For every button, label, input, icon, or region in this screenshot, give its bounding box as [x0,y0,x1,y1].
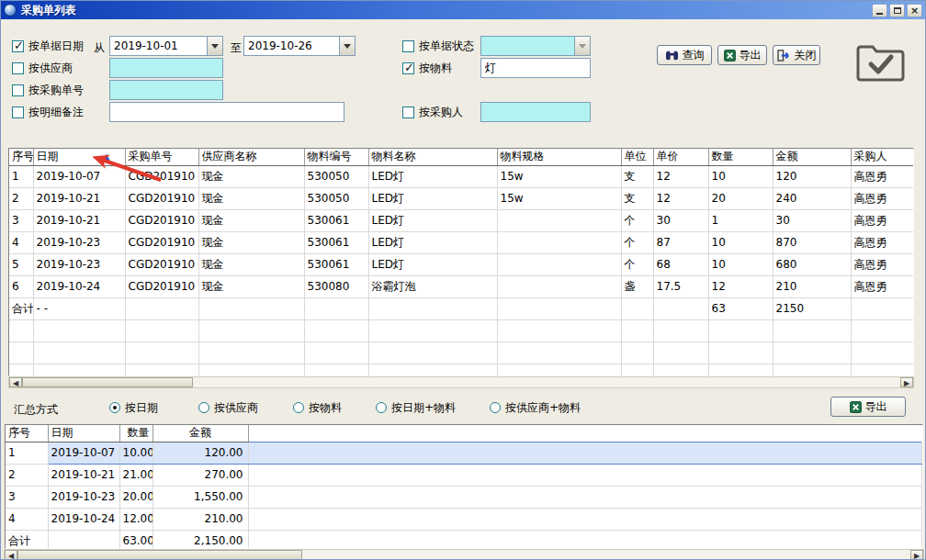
column-header[interactable]: 单价 [653,149,708,165]
filter-by-order-no[interactable]: 按采购单号 [12,80,84,100]
column-header[interactable]: 日期 [33,149,125,165]
filter-by-status[interactable]: 按单据状态 [402,36,474,56]
filter-by-material[interactable]: 按物料 [402,58,452,78]
cell: 120.00 [152,442,248,464]
scrollbar-thumb[interactable] [22,377,193,387]
radio-icon[interactable] [109,402,120,413]
cell [621,297,653,319]
dropdown-arrow-icon[interactable] [574,37,590,55]
cell [304,342,368,364]
filter-by-date[interactable]: 按单据日期 [12,36,84,56]
checkbox-icon[interactable] [402,106,414,118]
checkbox-icon[interactable] [402,40,414,52]
cell: 现金 [198,253,304,275]
column-header[interactable]: 序号 [9,149,33,165]
summary-export-button[interactable]: 导出 [830,397,906,417]
cell: 2019-10-24 [33,275,125,297]
checkbox-icon[interactable] [402,62,414,74]
radio-icon[interactable] [376,402,387,413]
column-header[interactable]: 供应商名称 [198,149,304,165]
checkbox-icon[interactable] [12,84,24,96]
close-window-button[interactable]: 关闭 [773,45,820,65]
radio-icon[interactable] [490,402,501,413]
column-header[interactable]: 物料规格 [497,149,621,165]
filter-by-purchaser[interactable]: 按采购人 [402,102,463,122]
column-header[interactable]: 物料编号 [304,149,368,165]
cell [198,342,304,364]
table-row[interactable]: 12019-10-0710.00120.00 [6,442,922,464]
cell: 2019-10-23 [33,253,125,275]
checkbox-icon[interactable] [12,62,24,74]
date-from-combo[interactable]: 2019-10-01 [109,36,223,56]
scroll-right-icon[interactable]: ▶ [910,550,923,560]
cell: 20.00 [119,486,152,508]
table-row[interactable]: 22019-10-21CGD201910现金530050LED灯15w支1220… [9,187,914,209]
scrollbar-track[interactable] [193,377,900,387]
summary-table-region: 序号日期数量金额 12019-10-0710.00120.0022019-10-… [5,424,923,549]
column-header[interactable]: 采购人 [851,149,914,165]
maximize-button[interactable] [889,4,905,17]
scroll-left-icon[interactable]: ◀ [9,377,22,387]
supplier-input[interactable] [109,58,223,78]
radio-icon[interactable] [198,402,209,413]
cell: LED灯 [368,253,497,275]
cell [708,342,773,364]
table-row[interactable]: 22019-10-2121.00270.00 [6,464,922,486]
scroll-left-icon[interactable]: ◀ [5,550,17,560]
close-button[interactable]: × [907,4,922,17]
scrollbar-thumb[interactable] [17,550,302,560]
remark-input[interactable] [109,102,344,122]
table-row[interactable] [9,319,914,342]
radio-by-material[interactable]: 按物料 [293,398,342,418]
radio-by-supplier-material[interactable]: 按供应商+物料 [490,398,581,418]
cell: 120 [773,165,851,187]
material-input[interactable] [480,58,591,78]
scrollbar-track[interactable] [302,550,910,560]
export-button[interactable]: 导出 [717,45,767,65]
checkbox-icon[interactable] [12,40,24,52]
cell: 2,150.00 [152,530,248,549]
table-row[interactable]: 12019-10-07CGD201910现金530050LED灯15w支1210… [9,165,914,187]
date-to-combo[interactable]: 2019-10-26 [243,36,356,56]
folder-check-icon[interactable] [853,41,909,88]
table-row[interactable]: 32019-10-21CGD201910现金530061LED灯个30130高恩… [9,209,914,231]
order-no-input[interactable] [109,80,223,100]
radio-by-supplier[interactable]: 按供应商 [198,398,258,418]
table-row[interactable]: 52019-10-23CGD201910现金530061LED灯个6810680… [9,253,914,275]
titlebar[interactable]: 采购单列表 × [1,1,925,19]
table-row[interactable] [9,364,914,376]
table-row[interactable] [9,342,914,364]
radio-by-date-material[interactable]: 按日期+物料 [376,398,456,418]
main-table-hscrollbar[interactable]: ◀ ▶ [8,376,914,388]
checkbox-icon[interactable] [12,106,24,118]
column-header[interactable]: 采购单号 [125,149,198,165]
column-header[interactable]: 金额 [152,425,248,442]
column-header[interactable]: 数量 [119,425,152,442]
table-row[interactable]: 合计- -632150 [9,297,914,319]
column-header[interactable]: 日期 [48,425,119,442]
scroll-right-icon[interactable]: ▶ [900,377,913,387]
cell [708,319,773,342]
filter-by-remark[interactable]: 按明细备注 [12,102,84,122]
summary-table-hscrollbar[interactable]: ◀ ▶ [4,549,924,560]
radio-icon[interactable] [293,402,304,413]
table-row[interactable]: 62019-10-24CGD201910现金530080浴霸灯泡盏17.5122… [9,275,914,297]
table-row[interactable]: 42019-10-2412.00210.00 [6,508,922,530]
table-row[interactable]: 42019-10-23CGD201910现金530061LED灯个8710870… [9,231,914,253]
filter-by-supplier[interactable]: 按供应商 [12,58,73,78]
cell: 530061 [304,231,368,253]
minimize-button[interactable] [872,4,887,17]
column-header[interactable]: 物料名称 [368,149,497,165]
table-row[interactable]: 32019-10-2320.001,550.00 [6,486,922,508]
query-button[interactable]: 查询 [657,45,712,65]
status-combo[interactable] [480,36,591,56]
column-header[interactable]: 序号 [6,425,48,442]
column-header[interactable]: 数量 [708,149,773,165]
dropdown-arrow-icon[interactable] [207,37,222,55]
table-row[interactable]: 合计63.002,150.00 [6,530,922,549]
purchaser-input[interactable] [480,102,591,122]
dropdown-arrow-icon[interactable] [339,37,355,55]
column-header[interactable]: 单位 [621,149,653,165]
column-header[interactable]: 金额 [773,149,851,165]
radio-by-date[interactable]: 按日期 [109,398,158,418]
